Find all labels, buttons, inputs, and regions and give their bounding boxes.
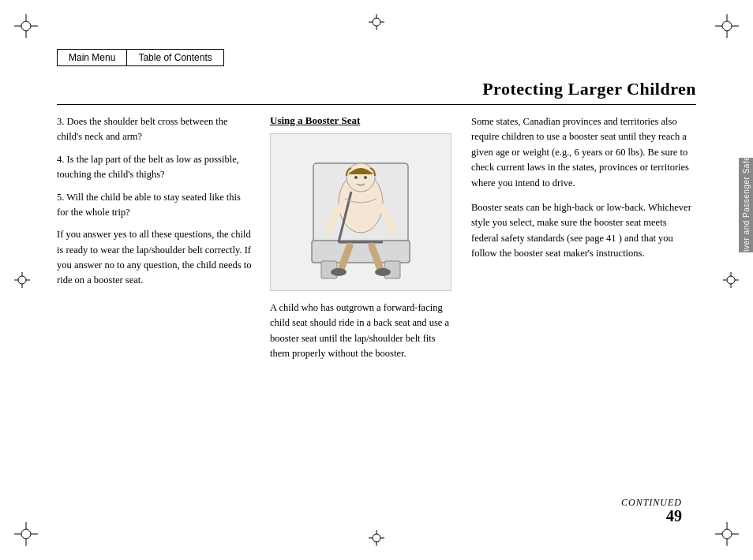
cross-mark-right — [723, 272, 739, 288]
svg-point-25 — [373, 534, 380, 542]
left-column: 3. Does the shoulder belt cross between … — [57, 114, 270, 513]
svg-point-30 — [18, 276, 26, 284]
svg-point-20 — [373, 18, 380, 26]
reg-mark-tr — [715, 14, 739, 38]
svg-point-48 — [331, 268, 347, 276]
item-5: 5. Will the child be able to stay seated… — [57, 190, 254, 221]
svg-point-49 — [375, 268, 391, 276]
page-container: Main Menu Table of Contents Protecting L… — [0, 0, 753, 560]
cross-mark-top — [369, 14, 384, 30]
svg-point-10 — [21, 529, 31, 539]
right-para-1: Some states, Canadian provinces and terr… — [471, 114, 696, 191]
svg-point-35 — [727, 276, 735, 284]
right-column: Some states, Canadian provinces and terr… — [471, 114, 696, 513]
title-rule — [57, 104, 696, 105]
reg-mark-bl — [14, 522, 38, 546]
item-4: 4. Is the lap part of the belt as low as… — [57, 152, 254, 183]
page-number: 49 — [666, 507, 682, 525]
reg-mark-tl — [14, 14, 38, 38]
nav-bar: Main Menu Table of Contents — [57, 49, 224, 66]
page-link-41[interactable]: 41 — [606, 233, 616, 244]
content-area: 3. Does the shoulder belt cross between … — [57, 114, 696, 513]
booster-caption: A child who has outgrown a forward-facin… — [270, 301, 455, 362]
cross-mark-bottom — [369, 530, 384, 546]
svg-point-47 — [364, 176, 367, 179]
cross-mark-left — [14, 272, 30, 288]
item-3: 3. Does the shoulder belt cross between … — [57, 114, 254, 145]
booster-section-title: Using a Booster Seat — [270, 114, 455, 127]
page-title: Protecting Larger Children — [482, 79, 696, 99]
svg-point-15 — [722, 529, 732, 539]
if-yes-paragraph: If you answer yes to all these questions… — [57, 227, 254, 289]
main-menu-button[interactable]: Main Menu — [57, 49, 126, 66]
svg-rect-41 — [312, 241, 410, 263]
side-tab: Driver and Passenger Safety — [739, 158, 753, 252]
toc-button[interactable]: Table of Contents — [126, 49, 223, 66]
booster-illustration — [282, 140, 440, 286]
right-para-2: Booster seats can be high-back or low-ba… — [471, 200, 696, 262]
mid-column: Using a Booster Seat — [270, 114, 471, 513]
svg-point-46 — [354, 176, 358, 179]
side-tab-text: Driver and Passenger Safety — [742, 149, 751, 260]
svg-point-0 — [21, 21, 31, 31]
svg-point-5 — [722, 21, 732, 31]
reg-mark-br — [715, 522, 739, 546]
booster-image — [270, 133, 451, 291]
